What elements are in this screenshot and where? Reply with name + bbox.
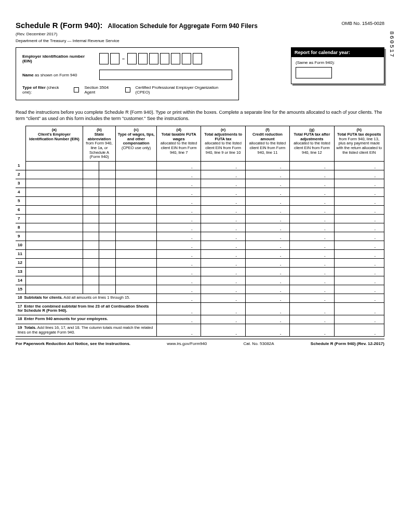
cell-d[interactable] [157,249,201,258]
row-19-e[interactable] [201,324,245,337]
cell-d[interactable] [157,196,201,205]
ein-digit-5[interactable] [149,53,158,64]
cell-a[interactable] [26,214,83,223]
cell-a[interactable] [26,205,83,214]
cell-c[interactable] [116,179,157,188]
ein-digit-6[interactable] [160,53,169,64]
cell-e[interactable] [201,188,245,196]
cell-f[interactable] [245,258,289,267]
cell-b2[interactable] [99,258,116,267]
cell-h[interactable] [334,205,384,214]
cell-f[interactable] [245,179,289,188]
row-17-h[interactable] [334,302,384,315]
cell-b2[interactable] [99,241,116,249]
cell-h[interactable] [334,196,384,205]
cell-e[interactable] [201,196,245,205]
row-18-h[interactable] [334,315,384,324]
row-17-f[interactable] [245,302,289,315]
cell-h[interactable] [334,285,384,294]
row-18-f[interactable] [245,315,289,324]
cell-a[interactable] [26,267,83,276]
cell-d[interactable] [157,267,201,276]
cell-g[interactable] [290,188,334,196]
cell-c[interactable] [116,170,157,179]
ein-digit-1[interactable] [99,53,109,64]
cell-e[interactable] [201,285,245,294]
checkbox-cpeo[interactable] [125,87,130,92]
cell-b1[interactable] [83,223,99,232]
cell-g[interactable] [290,179,334,188]
cell-a[interactable] [26,258,83,267]
row-16-f[interactable] [245,294,289,302]
cell-g[interactable] [290,285,334,294]
ein-digit-2[interactable] [110,53,119,64]
cell-g[interactable] [290,276,334,285]
cell-h[interactable] [334,232,384,241]
cell-b2[interactable] [99,205,116,214]
cell-d[interactable] [157,205,201,214]
cell-g[interactable] [290,161,334,170]
year-input[interactable] [296,67,332,78]
cell-f[interactable] [245,241,289,249]
cell-a[interactable] [26,188,83,196]
cell-g[interactable] [290,196,334,205]
cell-e[interactable] [201,205,245,214]
cell-d[interactable] [157,170,201,179]
cell-b1[interactable] [83,285,99,294]
cell-a[interactable] [26,285,83,294]
row-16-h[interactable] [334,294,384,302]
cell-b1[interactable] [83,170,99,179]
row-17-g[interactable] [290,302,334,315]
cell-b1[interactable] [83,232,99,241]
cell-e[interactable] [201,249,245,258]
cell-e[interactable] [201,214,245,223]
ein-digit-8[interactable] [182,53,191,64]
cell-h[interactable] [334,161,384,170]
row-18-d[interactable] [157,315,201,324]
cell-f[interactable] [245,161,289,170]
cell-b2[interactable] [99,161,116,170]
cell-g[interactable] [290,170,334,179]
row-16-e[interactable] [201,294,245,302]
cell-b1[interactable] [83,161,99,170]
cell-a[interactable] [26,276,83,285]
row-19-d[interactable] [157,324,201,337]
row-18-g[interactable] [290,315,334,324]
cell-b1[interactable] [83,196,99,205]
cell-b1[interactable] [83,241,99,249]
cell-h[interactable] [334,188,384,196]
cell-f[interactable] [245,285,289,294]
cell-e[interactable] [201,170,245,179]
cell-a[interactable] [26,170,83,179]
cell-b1[interactable] [83,214,99,223]
cell-f[interactable] [245,170,289,179]
row-17-e[interactable] [201,302,245,315]
cell-f[interactable] [245,205,289,214]
cell-b1[interactable] [83,179,99,188]
cell-b2[interactable] [99,170,116,179]
cell-g[interactable] [290,267,334,276]
cell-d[interactable] [157,285,201,294]
cell-e[interactable] [201,267,245,276]
cell-a[interactable] [26,196,83,205]
cell-h[interactable] [334,267,384,276]
cell-c[interactable] [116,241,157,249]
cell-c[interactable] [116,285,157,294]
cell-f[interactable] [245,223,289,232]
cell-e[interactable] [201,232,245,241]
cell-b2[interactable] [99,179,116,188]
ein-digit-4[interactable] [138,53,148,64]
cell-b2[interactable] [99,276,116,285]
cell-f[interactable] [245,188,289,196]
cell-a[interactable] [26,249,83,258]
cell-g[interactable] [290,223,334,232]
cell-c[interactable] [116,232,157,241]
cell-f[interactable] [245,267,289,276]
row-19-f[interactable] [245,324,289,337]
cell-g[interactable] [290,249,334,258]
cell-e[interactable] [201,276,245,285]
cell-b1[interactable] [83,188,99,196]
cell-a[interactable] [26,241,83,249]
cell-c[interactable] [116,276,157,285]
cell-c[interactable] [116,205,157,214]
